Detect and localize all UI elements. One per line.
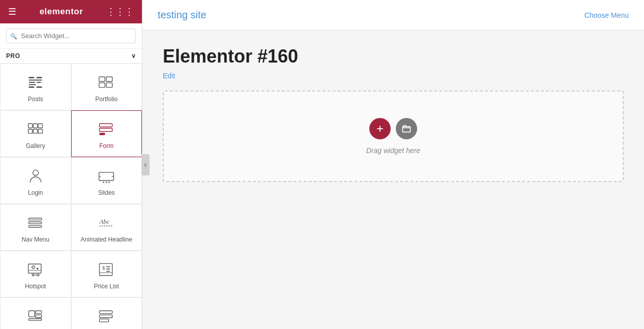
widget-portfolio[interactable]: Portfolio: [71, 64, 142, 110]
drop-zone-buttons: +: [369, 118, 417, 139]
svg-rect-8: [37, 86, 42, 88]
portfolio-icon: [97, 73, 115, 92]
svg-rect-40: [106, 271, 110, 272]
hotspot-label: Hotspot: [25, 283, 46, 290]
animated-headline-icon: Abc: [97, 214, 115, 232]
gallery-icon: [26, 120, 45, 138]
svg-point-25: [103, 182, 105, 183]
svg-point-26: [106, 182, 107, 183]
widget-11-icon: [26, 307, 45, 325]
svg-rect-47: [100, 315, 112, 317]
svg-rect-7: [28, 86, 34, 88]
widget-nav-menu[interactable]: Nav Menu: [0, 204, 71, 251]
top-bar: testing site Choose Menu: [142, 0, 644, 31]
nav-menu-icon: [26, 214, 45, 232]
grid-icon[interactable]: ⋮⋮⋮: [106, 6, 134, 17]
widget-slides[interactable]: Slides: [71, 157, 142, 204]
site-title: testing site: [158, 9, 207, 21]
svg-rect-46: [100, 311, 112, 313]
svg-rect-42: [28, 311, 35, 317]
price-list-label: Price List: [94, 283, 119, 290]
drag-widget-text: Drag widget here: [366, 146, 421, 155]
svg-rect-28: [28, 218, 41, 220]
sidebar-logo: elementor: [40, 7, 83, 17]
widget-12-icon: [97, 307, 115, 325]
svg-rect-2: [28, 82, 35, 83]
svg-rect-10: [106, 77, 112, 81]
svg-rect-20: [100, 128, 112, 131]
slides-icon: [97, 167, 115, 185]
widget-animated-headline[interactable]: Abc Animated Headline: [71, 204, 142, 251]
portfolio-label: Portfolio: [95, 96, 118, 103]
svg-rect-39: [106, 268, 110, 270]
svg-point-22: [33, 170, 38, 175]
sidebar: ☰ elementor ⋮⋮⋮ PRO ∨ Posts: [0, 0, 142, 329]
svg-point-34: [32, 266, 35, 268]
svg-rect-1: [28, 80, 37, 81]
add-widget-button[interactable]: +: [369, 118, 391, 139]
svg-rect-13: [28, 124, 32, 128]
svg-point-27: [108, 182, 110, 183]
svg-rect-4: [37, 77, 42, 78]
svg-rect-19: [100, 124, 112, 127]
svg-rect-17: [33, 129, 37, 133]
chevron-down-icon[interactable]: ∨: [131, 52, 136, 59]
search-input[interactable]: [6, 28, 136, 43]
login-icon: [26, 167, 45, 185]
widget-hotspot[interactable]: Hotspot: [0, 251, 71, 297]
svg-rect-38: [106, 266, 110, 267]
widget-price-list[interactable]: $ Price List: [71, 251, 142, 297]
svg-rect-15: [38, 124, 42, 128]
posts-label: Posts: [28, 96, 43, 103]
widget-gallery[interactable]: Gallery: [0, 110, 71, 157]
price-list-icon: $: [97, 260, 115, 279]
svg-rect-9: [99, 77, 105, 81]
widget-12[interactable]: [71, 297, 142, 329]
widget-folder-button[interactable]: [396, 118, 417, 139]
page-heading: Elementor #160: [163, 46, 624, 67]
widget-11[interactable]: [0, 297, 71, 329]
drop-zone: + Drag widget here: [163, 91, 624, 182]
search-bar: [0, 23, 142, 49]
hotspot-icon: [26, 260, 45, 279]
svg-rect-29: [28, 222, 41, 224]
collapse-sidebar-handle[interactable]: [141, 154, 150, 175]
svg-rect-21: [100, 133, 105, 135]
login-label: Login: [28, 189, 43, 196]
widget-posts[interactable]: Posts: [0, 64, 71, 110]
canvas-area: Elementor #160 Edit + Drag widget here: [142, 31, 644, 329]
svg-rect-44: [28, 319, 41, 321]
slides-label: Slides: [98, 189, 115, 196]
svg-rect-18: [38, 129, 42, 133]
posts-icon: [26, 73, 45, 92]
main-canvas: testing site Choose Menu Elementor #160 …: [142, 0, 644, 329]
svg-rect-36: [100, 263, 112, 275]
svg-rect-16: [28, 129, 32, 133]
svg-rect-5: [37, 80, 42, 81]
sidebar-header: ☰ elementor ⋮⋮⋮: [0, 0, 142, 23]
svg-rect-3: [28, 84, 36, 85]
widget-grid: Posts Portfolio Gallery: [0, 64, 142, 329]
folder-icon: [401, 124, 412, 134]
edit-link[interactable]: Edit: [163, 72, 175, 80]
form-label: Form: [99, 142, 113, 149]
svg-rect-14: [33, 124, 37, 128]
page-title-area: Elementor #160 Edit: [163, 46, 624, 80]
gallery-label: Gallery: [26, 142, 45, 149]
widget-login[interactable]: Login: [0, 157, 71, 204]
svg-rect-45: [36, 315, 42, 317]
svg-rect-11: [99, 83, 105, 87]
form-icon: [97, 120, 115, 138]
svg-rect-30: [28, 225, 41, 227]
hamburger-icon[interactable]: ☰: [8, 6, 16, 17]
choose-menu-button[interactable]: Choose Menu: [584, 11, 629, 19]
svg-rect-24: [99, 172, 114, 181]
svg-point-35: [37, 267, 39, 270]
svg-rect-49: [403, 127, 411, 132]
svg-text:$: $: [102, 265, 105, 271]
svg-rect-43: [36, 311, 42, 313]
pro-section: PRO ∨: [0, 49, 142, 64]
widget-form[interactable]: Form: [71, 110, 142, 157]
nav-menu-label: Nav Menu: [21, 236, 49, 243]
svg-text:Abc: Abc: [99, 218, 110, 225]
